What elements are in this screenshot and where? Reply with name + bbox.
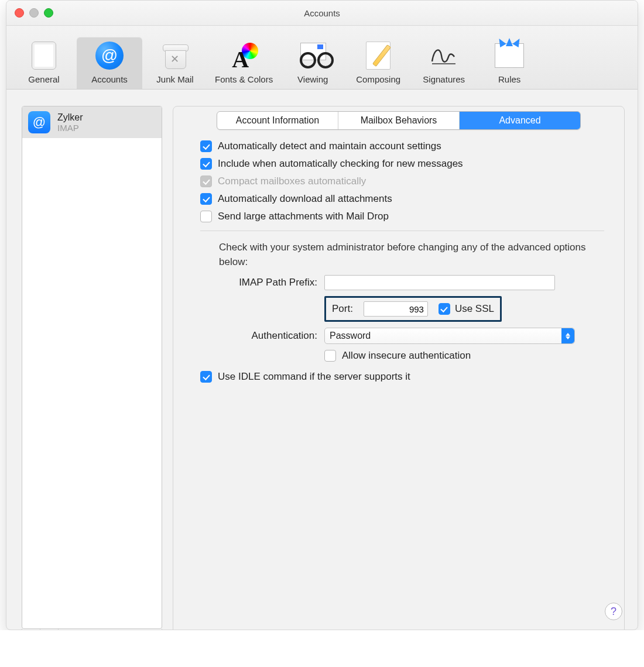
- row-use-idle: Use IDLE command if the server supports …: [200, 371, 604, 383]
- tab-mailbox-behaviors[interactable]: Mailbox Behaviors: [338, 112, 460, 129]
- titlebar: Accounts: [6, 1, 638, 26]
- auto-detect-checkbox[interactable]: [200, 140, 212, 152]
- row-allow-insecure: Allow insecure authentication: [200, 350, 604, 362]
- junk-mail-icon: ✕: [162, 42, 189, 69]
- account-list-item[interactable]: @ Zylker IMAP: [22, 106, 162, 138]
- auto-download-checkbox[interactable]: [200, 193, 212, 205]
- mail-drop-label: Send large attachments with Mail Drop: [218, 211, 389, 222]
- toolbar-item-junk-mail[interactable]: ✕ Junk Mail: [142, 37, 208, 89]
- toolbar-item-general[interactable]: General: [11, 37, 77, 89]
- row-port-ssl: . Port: Use SSL: [200, 296, 604, 322]
- toolbar-label: Junk Mail: [156, 74, 193, 84]
- toolbar-label: Viewing: [297, 74, 328, 84]
- toolbar-item-accounts[interactable]: @ Accounts: [77, 37, 142, 89]
- row-authentication: Authentication: Password: [200, 328, 604, 344]
- port-input[interactable]: [364, 301, 428, 317]
- use-idle-label: Use IDLE command if the server supports …: [218, 371, 410, 383]
- add-account-button[interactable]: ＋: [22, 629, 40, 630]
- rules-icon: [495, 43, 524, 68]
- toolbar-item-fonts-colors[interactable]: A Fonts & Colors: [208, 37, 280, 89]
- window-title: Accounts: [304, 8, 340, 18]
- row-compact: Compact mailboxes automatically: [200, 176, 604, 187]
- toolbar-label: Rules: [498, 74, 520, 84]
- toolbar-label: Signatures: [423, 74, 465, 84]
- accounts-list[interactable]: @ Zylker IMAP: [22, 106, 162, 629]
- at-sign-icon: @: [28, 111, 50, 133]
- auto-download-label: Automatically download all attachments: [218, 193, 392, 205]
- compact-checkbox: [200, 176, 212, 187]
- allow-insecure-label: Allow insecure authentication: [342, 350, 471, 362]
- row-auto-download: Automatically download all attachments: [200, 193, 604, 205]
- composing-icon: [366, 42, 390, 70]
- authentication-select[interactable]: Password: [324, 328, 575, 344]
- fonts-colors-icon: A: [230, 42, 258, 70]
- main-content: @ Zylker IMAP ＋ － Account Information Ma…: [6, 90, 638, 630]
- include-auto-check-checkbox[interactable]: [200, 158, 212, 170]
- signatures-icon: [429, 43, 459, 68]
- row-auto-detect: Automatically detect and maintain accoun…: [200, 140, 604, 152]
- tab-account-information[interactable]: Account Information: [217, 112, 338, 129]
- port-ssl-highlight: Port: Use SSL: [324, 296, 502, 322]
- account-protocol: IMAP: [57, 123, 83, 133]
- advanced-form: IMAP Path Prefix: . Port: Use SSL: [200, 275, 604, 383]
- toolbar-label: Accounts: [91, 74, 128, 84]
- toolbar-label: General: [28, 74, 59, 84]
- settings-panel: Account Information Mailbox Behaviors Ad…: [173, 106, 625, 630]
- row-imap-prefix: IMAP Path Prefix:: [200, 275, 604, 290]
- compact-label: Compact mailboxes automatically: [218, 176, 366, 187]
- accounts-icon: @: [95, 42, 124, 70]
- toolbar-item-signatures[interactable]: Signatures: [411, 37, 477, 89]
- settings-tabs: Account Information Mailbox Behaviors Ad…: [217, 111, 581, 130]
- use-ssl-label: Use SSL: [455, 303, 494, 315]
- zoom-window-button[interactable]: [44, 8, 53, 18]
- port-label: Port:: [332, 303, 353, 315]
- advanced-settings: Automatically detect and maintain accoun…: [173, 140, 624, 383]
- accounts-sidebar: @ Zylker IMAP ＋ －: [22, 106, 162, 630]
- use-idle-checkbox[interactable]: [200, 371, 212, 383]
- allow-insecure-checkbox[interactable]: [324, 350, 336, 362]
- divider: [200, 231, 604, 231]
- tab-advanced[interactable]: Advanced: [460, 112, 580, 129]
- general-icon: [32, 42, 56, 70]
- close-window-button[interactable]: [15, 8, 24, 18]
- preferences-toolbar: General @ Accounts ✕ Junk Mail A Fonts &…: [6, 26, 638, 90]
- toolbar-label: Composing: [356, 74, 400, 84]
- row-include-auto-check: Include when automatically checking for …: [200, 158, 604, 170]
- include-auto-check-label: Include when automatically checking for …: [218, 158, 463, 170]
- toolbar-item-rules[interactable]: Rules: [477, 37, 542, 89]
- account-name: Zylker: [57, 112, 83, 123]
- minimize-window-button[interactable]: [29, 8, 39, 18]
- admin-note: Check with your system administrator bef…: [219, 240, 592, 269]
- select-stepper-icon: [561, 328, 574, 343]
- authentication-value: Password: [330, 331, 371, 341]
- imap-prefix-input[interactable]: [324, 275, 555, 290]
- mail-drop-checkbox[interactable]: [200, 211, 212, 222]
- auto-detect-label: Automatically detect and maintain accoun…: [218, 140, 441, 152]
- help-button[interactable]: ?: [605, 603, 622, 620]
- imap-prefix-label: IMAP Path Prefix:: [200, 277, 317, 288]
- row-mail-drop: Send large attachments with Mail Drop: [200, 211, 604, 222]
- toolbar-item-viewing[interactable]: Viewing: [280, 37, 345, 89]
- use-ssl-checkbox[interactable]: [439, 303, 450, 315]
- preferences-window: Accounts General @ Accounts ✕ Junk Mail …: [6, 0, 638, 630]
- toolbar-item-composing[interactable]: Composing: [345, 37, 411, 89]
- window-controls: [15, 8, 53, 18]
- sidebar-footer: ＋ －: [22, 629, 162, 630]
- viewing-icon: [297, 42, 328, 70]
- remove-account-button[interactable]: －: [40, 629, 59, 630]
- authentication-label: Authentication:: [200, 330, 317, 342]
- toolbar-label: Fonts & Colors: [215, 74, 273, 84]
